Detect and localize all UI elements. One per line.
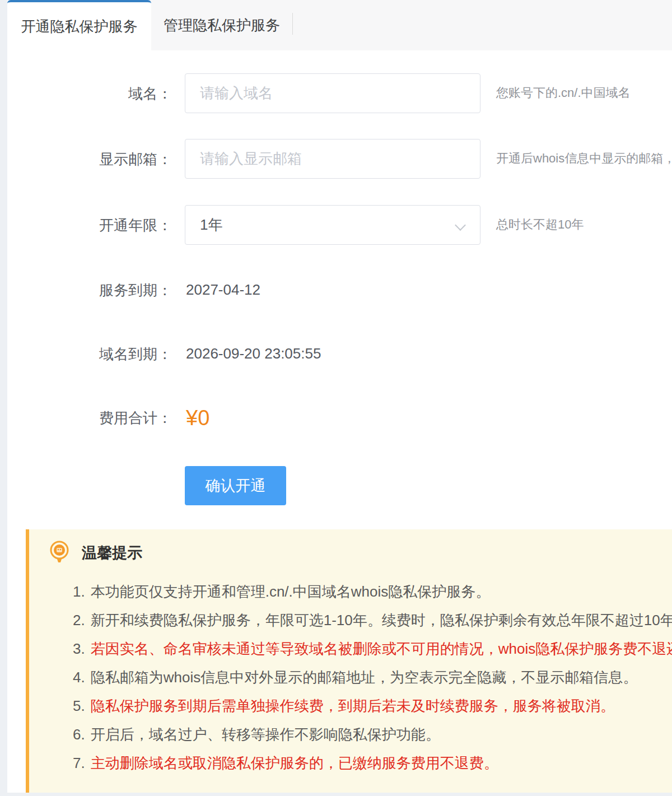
total-fee-label: 费用合计： — [7, 410, 172, 426]
privacy-service-panel: 管理隐私保护服务 开通隐私保护服务 域名： 您账号下的.cn/.中国域名 显示邮… — [7, 0, 672, 793]
domain-expiry-label: 域名到期： — [7, 346, 172, 362]
email-hint: 开通后whois信息中显示的邮箱， — [496, 151, 672, 166]
notice-item: 3. 若因实名、命名审核未通过等导致域名被删除或不可用的情况，whois隐私保护… — [73, 635, 672, 663]
tab-open-privacy-service[interactable]: 开通隐私保护服务 — [7, 0, 151, 50]
service-expiry-value: 2027-04-12 — [186, 281, 260, 298]
domain-hint: 您账号下的.cn/.中国域名 — [496, 86, 631, 100]
notice-item: 7. 主动删除域名或取消隐私保护服务的，已缴纳服务费用不退费。 — [73, 749, 672, 778]
notice-item: 4. 隐私邮箱为whois信息中对外显示的邮箱地址，为空表示完全隐藏，不显示邮箱… — [73, 663, 672, 692]
years-select[interactable]: 1年 — [185, 205, 480, 245]
years-hint: 总时长不超10年 — [496, 217, 584, 232]
tab-divider — [292, 13, 293, 35]
email-label: 显示邮箱： — [7, 151, 172, 167]
domain-expiry-value: 2026-09-20 23:05:55 — [186, 345, 321, 362]
notice-header: 温馨提示 — [47, 539, 142, 566]
notice-box: 温馨提示 1. 本功能页仅支持开通和管理.cn/.中国域名whois隐私保护服务… — [26, 529, 672, 793]
years-label: 开通年限： — [7, 217, 172, 233]
notice-title: 温馨提示 — [82, 543, 142, 563]
tab-label: 开通隐私保护服务 — [21, 17, 138, 36]
domain-input[interactable] — [185, 73, 480, 113]
tab-manage-privacy-service[interactable]: 管理隐私保护服务 — [151, 0, 292, 50]
chevron-down-icon — [455, 220, 466, 231]
notice-item: 1. 本功能页仅支持开通和管理.cn/.中国域名whois隐私保护服务。 — [73, 578, 672, 606]
notice-item: 5. 隐私保护服务到期后需单独操作续费，到期后若未及时续费服务，服务将被取消。 — [73, 692, 672, 720]
lightbulb-icon — [47, 539, 72, 566]
tab-label: 管理隐私保护服务 — [164, 16, 280, 35]
notice-list: 1. 本功能页仅支持开通和管理.cn/.中国域名whois隐私保护服务。 2. … — [73, 578, 672, 778]
notice-item: 2. 新开和续费隐私保护服务，年限可选1-10年。续费时，隐私保护剩余有效总年限… — [73, 606, 672, 635]
years-selected-value: 1年 — [200, 215, 222, 235]
tab-bar: 管理隐私保护服务 开通隐私保护服务 — [7, 0, 672, 50]
total-fee-value: ¥0 — [186, 407, 209, 429]
confirm-open-button[interactable]: 确认开通 — [185, 466, 286, 505]
service-expiry-label: 服务到期： — [7, 282, 172, 298]
domain-label: 域名： — [7, 86, 172, 101]
notice-item: 6. 开启后，域名过户、转移等操作不影响隐私保护功能。 — [73, 720, 672, 749]
display-email-input[interactable] — [185, 139, 480, 179]
